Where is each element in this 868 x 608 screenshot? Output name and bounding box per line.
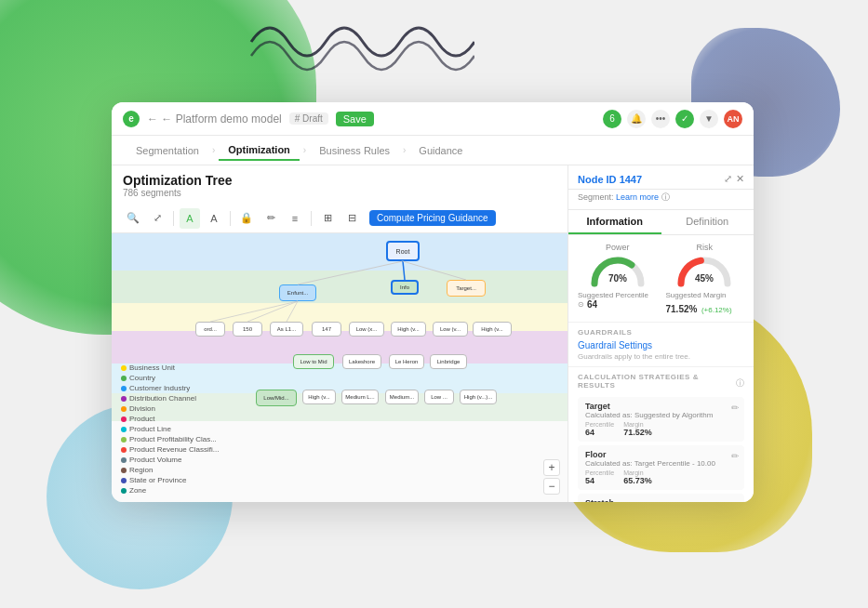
search-button[interactable]: 🔍 (123, 208, 143, 229)
power-label: Power (606, 243, 630, 252)
suggested-margin: Suggested Margin 71.52% (+6.12%) (666, 291, 745, 316)
root-node[interactable]: Root (386, 241, 420, 261)
close-detail-icon[interactable]: ✕ (736, 173, 744, 185)
tree-node-l1-1[interactable]: Enfunt... (279, 284, 316, 301)
model-title: ← Platform demo model (161, 112, 281, 126)
app-logo: e (123, 111, 140, 127)
more-icon[interactable]: ••• (651, 110, 670, 128)
toolbar: 🔍 ⤢ A A 🔒 ✏ ≡ ⊞ ⊟ Compute Pricing Guidan… (112, 204, 568, 233)
target-margin: Margin 71.52% (623, 421, 652, 437)
user-avatar[interactable]: AN (724, 110, 742, 128)
calc-row-stretch: ✏ Stretch Calculated as: Target Percenti… (578, 494, 744, 502)
suggested-section: Suggested Percentile ⊙ 64 Suggested Marg… (568, 291, 754, 322)
band-green (112, 271, 568, 303)
svg-text:70%: 70% (608, 273, 627, 284)
check-icon[interactable]: ✓ (675, 110, 694, 128)
tree-node-l4-2[interactable]: High (v... (302, 390, 336, 404)
suggested-margin-label: Suggested Margin (666, 291, 745, 299)
tree-node-l4-4[interactable]: Medium... (385, 390, 419, 404)
save-button[interactable]: Save (336, 112, 374, 126)
draft-badge: # Draft (289, 112, 328, 125)
detail-tabs: Information Definition (568, 210, 754, 235)
guardrails-section: GUARDRAILS Guardrail Settings Guardrails… (568, 322, 754, 366)
pencil-button[interactable]: ✏ (260, 208, 281, 229)
floor-edit-icon[interactable]: ✏ (731, 451, 739, 461)
legend-item-division: Division (121, 404, 220, 413)
zoom-out-button[interactable]: − (543, 478, 560, 495)
tree-node-l3-1[interactable]: Low to Mid (293, 354, 334, 369)
tab-optimization[interactable]: Optimization (219, 140, 300, 161)
suggested-percentile-value: 64 (587, 299, 597, 310)
tree-node-l2-3[interactable]: As L1... (270, 322, 303, 337)
tree-node-l2-8[interactable]: High (v... (473, 322, 512, 337)
expand-detail-icon[interactable]: ⤢ (724, 173, 732, 185)
tree-node-l3-4[interactable]: Linbridge (430, 354, 467, 369)
legend-item-product: Product (121, 415, 220, 423)
suggested-percentile-icon: ⊙ (578, 300, 584, 309)
target-edit-icon[interactable]: ✏ (731, 403, 739, 413)
layers-button[interactable]: ⊟ (341, 208, 362, 229)
tree-node-l2-6[interactable]: High (v... (391, 322, 426, 337)
tree-node-l2-1[interactable]: ord... (195, 322, 225, 337)
power-gauge-svg: 70% (590, 254, 646, 287)
tab-guidance[interactable]: Guidance (409, 141, 472, 160)
tree-node-l2-4[interactable]: 147 (312, 322, 341, 337)
back-button[interactable]: ← ← Platform demo model (147, 112, 282, 126)
detail-segment: Segment: Learn more ⓘ (568, 190, 754, 210)
text-a2-button[interactable]: A (204, 208, 224, 229)
tree-node-l4-5[interactable]: Low ... (424, 390, 454, 404)
tree-node-l2-5[interactable]: Low (x... (349, 322, 384, 337)
lock-button[interactable]: 🔒 (236, 208, 257, 229)
nav-arrow-1: › (212, 145, 215, 155)
nav-arrow-3: › (403, 145, 406, 155)
node-id-label: Node ID 1447 (578, 174, 642, 185)
tab-business-rules[interactable]: Business Rules (310, 141, 399, 160)
tree-node-l4-1[interactable]: Low/Mid... (256, 390, 297, 406)
text-a-button[interactable]: A (180, 208, 200, 229)
tree-node-l1-2[interactable]: Info (391, 280, 419, 295)
tab-information[interactable]: Information (568, 210, 661, 234)
learn-more-link[interactable]: Learn more (616, 192, 659, 202)
floor-metrics: Percentile 54 Margin 65.73% (585, 469, 737, 485)
titlebar: e ← ← Platform demo model # Draft Save 6… (112, 102, 754, 136)
list-button[interactable]: ≡ (285, 208, 305, 229)
compute-button[interactable]: Compute Pricing Guidance (369, 210, 496, 226)
notification-icon[interactable]: 6 (603, 110, 621, 128)
tree-canvas[interactable]: Root Enfunt... Info Target... ord... 150 (112, 233, 568, 502)
nav-tabs: Segmentation › Optimization › Business R… (112, 136, 754, 165)
band-blue (112, 233, 568, 271)
tab-definition[interactable]: Definition (661, 210, 754, 234)
detail-header: Node ID 1447 ⤢ ✕ (568, 165, 754, 190)
tree-node-l4-6[interactable]: High (v...)... (460, 390, 497, 404)
tree-title: Optimization Tree (123, 173, 556, 188)
gauges-section: Power 70% Risk 45% (568, 235, 754, 291)
calc-row-target: ✏ Target Calculated as: Suggested by Alg… (578, 397, 744, 442)
target-metrics: Percentile 64 Margin 71.52% (585, 421, 737, 437)
guardrail-settings-link[interactable]: Guardrail Settings (578, 340, 744, 350)
risk-gauge: Risk 45% (665, 243, 745, 287)
stretch-edit-icon[interactable]: ✏ (731, 499, 739, 502)
target-title: Target (585, 402, 737, 411)
tab-segmentation[interactable]: Segmentation (127, 141, 208, 160)
tree-node-l2-2[interactable]: 150 (233, 322, 262, 337)
legend-item-state: State or Province (121, 476, 220, 484)
floor-percentile: Percentile 54 (585, 469, 614, 485)
legend-item-region: Region (121, 466, 220, 474)
tree-node-l1-3[interactable]: Target... (447, 280, 486, 297)
tree-node-l4-3[interactable]: Medium L... (341, 390, 379, 404)
expand-button[interactable]: ⤢ (147, 208, 167, 229)
grid-button[interactable]: ⊞ (317, 208, 338, 229)
zoom-in-button[interactable]: + (543, 459, 560, 476)
legend-item-product-volume: Product Volume (121, 456, 220, 464)
tree-node-l3-2[interactable]: Lakeshore (342, 354, 381, 369)
legend-item-business-unit: Business Unit (121, 363, 220, 372)
calculation-section: CALCULATION STRATEGIES & RESULTS ⓘ ✏ Tar… (568, 366, 754, 502)
bell-icon[interactable]: 🔔 (627, 110, 646, 128)
dropdown-icon[interactable]: ▼ (700, 110, 718, 128)
tree-node-l2-7[interactable]: Low (v... (433, 322, 468, 337)
legend-item-product-line: Product Line (121, 425, 220, 433)
tree-node-l3-3[interactable]: Le Heron (389, 354, 424, 369)
calc-info-icon: ⓘ (736, 377, 744, 390)
main-content: Optimization Tree 786 segments 🔍 ⤢ A A 🔒… (112, 165, 754, 502)
toolbar-separator-3 (311, 211, 312, 226)
